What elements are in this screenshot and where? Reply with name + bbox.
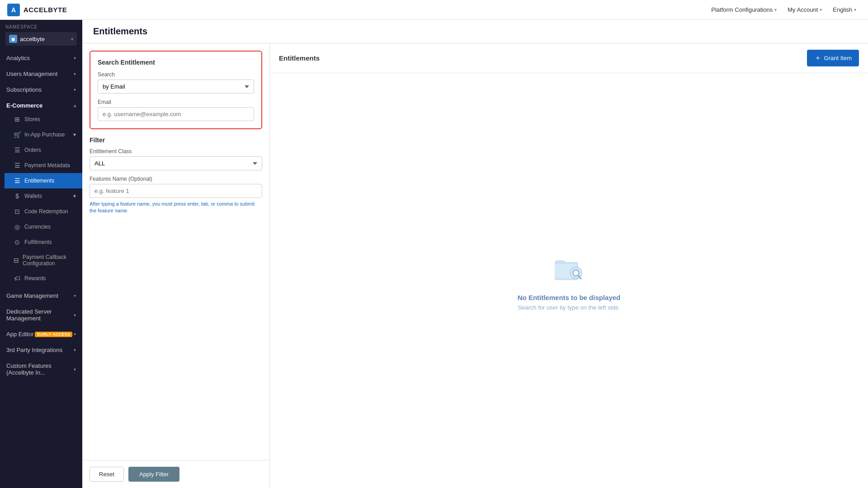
namespace-chevron-icon: ▾ xyxy=(71,37,73,42)
content-area: Entitlements Search Entitlement Search b… xyxy=(82,20,868,488)
wallets-chevron-icon: ▾ xyxy=(73,193,76,199)
email-input[interactable] xyxy=(98,107,254,121)
sidebar-item-fulfillments[interactable]: ⊙ Fulfillments xyxy=(5,235,82,250)
left-panel: Search Entitlement Search by Email by Us… xyxy=(82,43,270,488)
language-dropdown[interactable]: English ▾ xyxy=(828,4,861,16)
search-form-group: Search by Email by User ID by Item ID xyxy=(98,71,254,94)
logo-icon: A xyxy=(7,4,20,16)
email-label: Email xyxy=(98,99,254,105)
features-hint-text: After typing a feature name, you must pr… xyxy=(90,201,262,215)
entitlement-class-group: Entitlement Class ALL APP ENTITLEMENT CO… xyxy=(90,148,262,170)
custom-features-chevron-icon: ▾ xyxy=(74,367,76,372)
ecommerce-submenu: ⊞ Stores 🛒 In-App Purchase ▾ ☰ Orders ☰ … xyxy=(0,112,82,286)
empty-state: No Entitlements to be displayed Search f… xyxy=(270,73,868,488)
features-name-group: Features Name (Optional) After typing a … xyxy=(90,176,262,215)
topbar: A ACCELBYTE Platform Configurations ▾ My… xyxy=(0,0,868,20)
grant-item-button[interactable]: ＋ Grant Item xyxy=(807,50,859,66)
sidebar-item-currencies[interactable]: ◎ Currencies xyxy=(5,219,82,235)
sidebar-section-game-management: Game Management ▾ xyxy=(0,288,82,302)
features-name-label: Features Name (Optional) xyxy=(90,176,262,182)
fulfillments-icon: ⊙ xyxy=(14,239,21,246)
sidebar-item-rewards[interactable]: 🏷 Rewards xyxy=(5,271,82,286)
sidebar-item-custom-features[interactable]: Custom Features (Accelbyte In... ▾ xyxy=(0,358,82,379)
sidebar-item-users-management[interactable]: Users Management ▾ xyxy=(0,66,82,80)
dedicated-server-chevron-icon: ▾ xyxy=(74,313,76,318)
subscriptions-chevron-icon: ▾ xyxy=(74,87,76,92)
sidebar-section-analytics: Analytics ▾ xyxy=(0,50,82,64)
my-account-dropdown[interactable]: My Account ▾ xyxy=(783,4,826,16)
sidebar-item-game-management[interactable]: Game Management ▾ xyxy=(0,288,82,302)
topbar-right: Platform Configurations ▾ My Account ▾ E… xyxy=(707,4,861,16)
sidebar-item-ecommerce[interactable]: E-Commerce ▴ xyxy=(0,98,82,112)
sidebar-item-entitlements[interactable]: ☰ Entitlements xyxy=(5,173,82,188)
search-entitlement-title: Search Entitlement xyxy=(98,59,254,66)
reset-button[interactable]: Reset xyxy=(90,467,124,482)
right-panel-header: Entitlements ＋ Grant Item xyxy=(270,43,868,73)
sidebar-item-dedicated-server[interactable]: Dedicated Server Management ▾ xyxy=(0,304,82,324)
namespace-label: NAMESPACE xyxy=(5,24,77,29)
orders-icon: ☰ xyxy=(14,146,21,154)
main-layout: NAMESPACE ◼ accelbyte ▾ Analytics ▾ User… xyxy=(0,20,868,488)
sidebar-item-orders[interactable]: ☰ Orders xyxy=(5,142,82,158)
filter-title: Filter xyxy=(90,136,262,144)
sidebar-section-custom-features: Custom Features (Accelbyte In... ▾ xyxy=(0,358,82,379)
early-access-badge: EARLY ACCESS xyxy=(35,332,72,337)
namespace-value: accelbyte xyxy=(20,36,45,42)
sidebar-item-stores[interactable]: ⊞ Stores xyxy=(5,112,82,127)
rewards-icon: 🏷 xyxy=(14,275,21,282)
right-panel-title: Entitlements xyxy=(279,54,320,62)
namespace-selector[interactable]: ◼ accelbyte ▾ xyxy=(5,32,77,46)
sidebar-section-app-editor: App Editor EARLY ACCESS ▾ xyxy=(0,326,82,340)
apply-filter-button[interactable]: Apply Filter xyxy=(128,467,179,482)
users-chevron-icon: ▾ xyxy=(74,71,76,76)
app-editor-chevron-icon: ▾ xyxy=(74,332,76,337)
entitlement-class-label: Entitlement Class xyxy=(90,148,262,155)
namespace-icon: ◼ xyxy=(9,35,17,43)
filter-section: Filter Entitlement Class ALL APP ENTITLE… xyxy=(82,136,269,222)
sidebar-item-payment-metadata[interactable]: ☰ Payment Metadata xyxy=(5,158,82,173)
namespace-section: NAMESPACE ◼ accelbyte ▾ xyxy=(0,20,82,48)
logo: A ACCELBYTE xyxy=(7,4,67,16)
right-panel: Entitlements ＋ Grant Item xyxy=(270,43,868,488)
in-app-purchase-chevron-icon: ▾ xyxy=(73,131,76,138)
stores-icon: ⊞ xyxy=(14,116,21,123)
my-account-chevron-icon: ▾ xyxy=(820,7,822,12)
payment-callback-icon: ⊟ xyxy=(14,257,19,264)
sidebar-item-code-redemption[interactable]: ⊡ Code Redemption xyxy=(5,204,82,219)
sidebar-item-in-app-purchase[interactable]: 🛒 In-App Purchase ▾ xyxy=(5,127,82,142)
sidebar-section-users: Users Management ▾ xyxy=(0,66,82,80)
bottom-buttons: Reset Apply Filter xyxy=(82,460,269,488)
wallets-icon: $ xyxy=(14,192,21,200)
ecommerce-chevron-icon: ▴ xyxy=(74,103,76,108)
empty-state-title: No Entitlements to be displayed xyxy=(518,294,621,301)
page-header: Entitlements xyxy=(82,20,868,43)
sidebar-section-ecommerce: E-Commerce ▴ ⊞ Stores 🛒 In-App Purchase … xyxy=(0,98,82,286)
page-title: Entitlements xyxy=(93,26,857,37)
sidebar-section-subscriptions: Subscriptions ▾ xyxy=(0,82,82,96)
sidebar-item-app-editor[interactable]: App Editor EARLY ACCESS ▾ xyxy=(0,326,82,340)
plus-icon: ＋ xyxy=(814,53,821,63)
features-name-input[interactable] xyxy=(90,184,262,198)
currencies-icon: ◎ xyxy=(14,223,21,230)
entitlement-class-select[interactable]: ALL APP ENTITLEMENT CODE SUBSCRIPTION ME… xyxy=(90,156,262,170)
platform-config-dropdown[interactable]: Platform Configurations ▾ xyxy=(707,4,781,16)
sidebar-item-payment-callback[interactable]: ⊟ Payment Callback Configuration xyxy=(5,250,82,271)
language-chevron-icon: ▾ xyxy=(854,7,856,12)
code-redemption-icon: ⊡ xyxy=(14,208,21,215)
sidebar-section-third-party: 3rd Party Integrations ▾ xyxy=(0,342,82,356)
empty-state-subtitle: Search for user by type on the left side… xyxy=(518,304,620,311)
game-management-chevron-icon: ▾ xyxy=(74,293,76,298)
search-label: Search xyxy=(98,71,254,78)
content-body: Search Entitlement Search by Email by Us… xyxy=(82,43,868,488)
search-entitlement-box: Search Entitlement Search by Email by Us… xyxy=(90,51,262,129)
sidebar-item-third-party[interactable]: 3rd Party Integrations ▾ xyxy=(0,342,82,356)
analytics-chevron-icon: ▾ xyxy=(74,56,76,61)
sidebar-item-wallets[interactable]: $ Wallets ▾ xyxy=(5,188,82,204)
third-party-chevron-icon: ▾ xyxy=(74,347,76,352)
email-form-group: Email xyxy=(98,99,254,121)
sidebar-item-analytics[interactable]: Analytics ▾ xyxy=(0,50,82,64)
entitlements-icon: ☰ xyxy=(14,177,21,184)
search-select[interactable]: by Email by User ID by Item ID xyxy=(98,80,254,94)
sidebar-item-subscriptions[interactable]: Subscriptions ▾ xyxy=(0,82,82,96)
logo-text: ACCELBYTE xyxy=(24,6,67,14)
